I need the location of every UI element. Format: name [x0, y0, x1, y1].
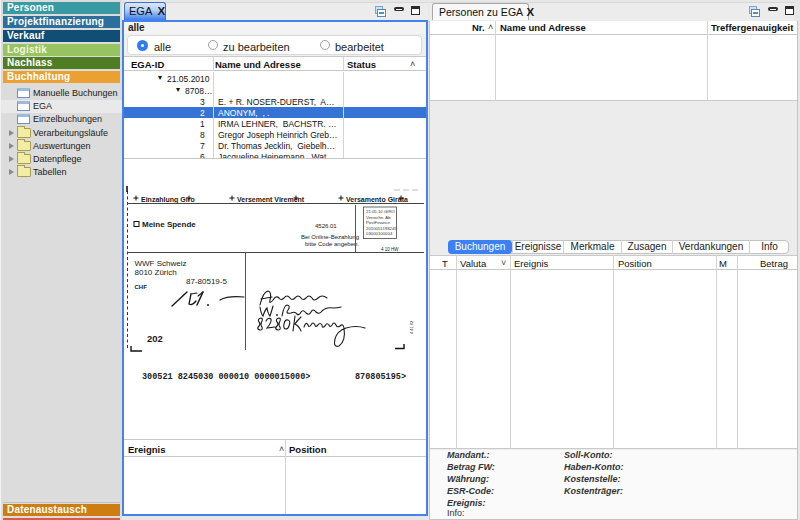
svg-text:PostFinance: PostFinance [366, 220, 390, 225]
svg-text:4 41 02: 4 41 02 [409, 320, 414, 334]
svg-text:4 10 HW: 4 10 HW [381, 247, 399, 252]
svg-text:Einzahlung Giro: Einzahlung Giro [141, 196, 195, 204]
svg-text:Meine Spende: Meine Spende [142, 220, 196, 229]
svg-text:87-80519-5: 87-80519-5 [186, 277, 227, 286]
svg-text:2010051198245: 2010051198245 [366, 226, 397, 231]
svg-text:Versamento Girata: Versamento Girata [346, 196, 408, 203]
svg-text:202: 202 [147, 333, 163, 344]
svg-text:4526.01: 4526.01 [315, 223, 337, 229]
svg-text:bitte Code angeben.: bitte Code angeben. [305, 241, 359, 247]
svg-text:03000100004: 03000100004 [366, 231, 393, 236]
svg-text:Verrechn. Ab: Verrechn. Ab [366, 215, 391, 220]
svg-text:870805195>: 870805195> [355, 372, 406, 382]
svg-text:CHF: CHF [135, 284, 148, 290]
svg-text:8010 Zürich: 8010 Zürich [135, 268, 177, 277]
svg-text:300521 8245030 000010 00000150: 300521 8245030 000010 0000015000> [142, 372, 310, 382]
svg-text:21.05.10 GIRO: 21.05.10 GIRO [366, 209, 396, 214]
svg-text:Versement Virement: Versement Virement [237, 196, 305, 203]
svg-text:Bei Online-Bezahlung: Bei Online-Bezahlung [301, 234, 359, 240]
